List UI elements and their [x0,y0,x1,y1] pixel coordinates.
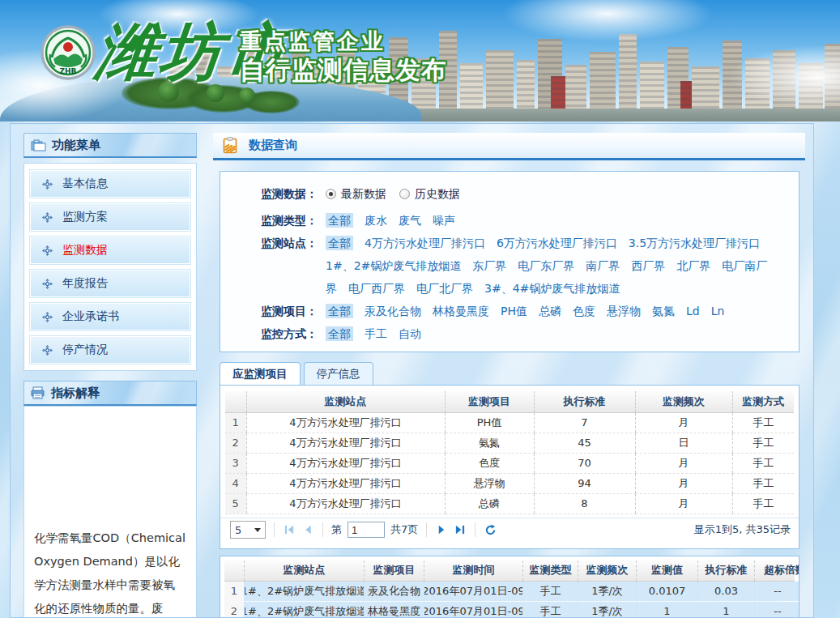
filter-option-link[interactable]: 电厂北厂界 [416,282,473,295]
table1-cell: 月 [635,453,732,473]
sidebar-item-monitor-plan[interactable]: 监测方案 [30,203,190,231]
table1-cell: 手工 [732,493,794,514]
filter-option-link[interactable]: 噪声 [433,214,455,227]
next-page-button[interactable] [435,524,448,536]
page-number-input[interactable] [348,522,385,538]
filter-option-link[interactable]: 汞及化合物 [365,305,421,318]
filter-option-link[interactable]: Ld [686,305,700,318]
filter-option-link[interactable]: 自动 [399,327,421,340]
radio-button[interactable] [399,189,410,199]
refresh-icon [484,524,497,536]
tab-shutdown-info[interactable]: 停产信息 [304,362,373,385]
indicator-explain-header: 指标解释 [23,381,197,406]
filter-option-link[interactable]: PH值 [501,305,527,318]
filter-option-link[interactable]: 6万方污水处理厂排污口 [497,237,617,249]
filter-option-link[interactable]: 总磷 [539,305,561,318]
radio-button[interactable] [326,189,336,199]
table1-cell: 手工 [732,412,794,433]
tab-monitoring-items[interactable]: 应监测项目 [220,362,301,385]
sidebar-item-monitor-data[interactable]: 监测数据 [30,237,190,264]
filter-option-link[interactable]: 悬浮物 [607,305,641,318]
filter-option-link[interactable]: 3#、4#锅炉废气排放烟道 [484,282,620,295]
table1-cell: 总磷 [445,493,534,514]
filter-option-link[interactable]: 全部 [326,236,353,250]
table2-cell: 1#、2#锅炉废气排放烟道 [244,582,364,601]
divider [322,522,323,537]
table1-cell: 4万方污水处理厂排污口 [246,493,445,514]
first-page-button[interactable] [283,524,296,536]
filter-option-link[interactable]: 废水 [365,214,387,227]
cod-explanation-text: 化学需氧量COD（Chemical Oxygen Demand）是以化学方法测量… [34,526,186,618]
filter-label: 监测站点： [261,232,326,300]
prev-page-button[interactable] [301,524,314,536]
filter-option-link[interactable]: 东厂界 [472,259,506,272]
filter-row: 监测类型：全部废水废气噪声 [261,209,787,232]
table1-cell: 2 [225,433,246,453]
filter-option-link[interactable]: 废气 [399,214,421,227]
folder-icon [31,139,46,151]
banner-subtitle-line1: 重点监管企业 [240,29,447,53]
filter-option-link[interactable]: 全部 [326,304,353,318]
data-table-header: 监测站点监测项目监测时间监测类型监测频次监测值执行标准超标倍数 [224,560,795,582]
four-way-arrow-icon [41,245,53,257]
table2-header-cell: 监测值 [636,560,697,581]
filter-option-link[interactable]: 林格曼黑度 [433,305,489,318]
four-way-arrow-icon [41,178,53,190]
pagination-summary: 显示1到5, 共35记录 [694,522,791,537]
filter-option-link[interactable]: 色度 [573,305,595,318]
table1-header-cell [225,391,246,412]
filter-option-link[interactable]: 南厂界 [586,259,620,272]
filter-options: 全部汞及化合物林格曼黑度PH值总磷色度悬浮物氨氮LdLn [326,300,787,322]
filter-option-link[interactable]: 氨氮 [652,305,675,318]
page-size-select[interactable]: 5 [230,521,266,539]
filter-options: 全部手工自动 [326,322,787,345]
table1-cell: 月 [635,473,732,493]
filter-option-link[interactable]: 北厂界 [676,259,710,272]
filter-option-link[interactable]: 1#、2#锅炉废气排放烟道 [326,259,461,272]
svg-text:ZHB: ZHB [60,67,77,75]
table1-cell: 4万方污水处理厂排污口 [246,453,445,473]
last-page-button[interactable] [454,524,467,536]
divider [426,522,427,537]
table2-cell: 1 [697,602,754,618]
table-row: 11#、2#锅炉废气排放烟道汞及化合物2016年07月01日-09手工1季/次0… [224,582,780,602]
filter-row: 监控方式：全部手工自动 [261,322,787,345]
radio-option[interactable]: 历史数据 [399,187,460,200]
radio-option[interactable]: 最新数据 [326,187,386,200]
refresh-button[interactable] [484,524,497,536]
table1-cell: 94 [534,473,635,493]
page-prefix-label: 第 [331,522,342,537]
filter-option-link[interactable]: 全部 [326,326,353,341]
radio-label: 历史数据 [415,187,460,200]
filter-option-link[interactable]: 3.5万方污水处理厂排污口 [629,237,760,249]
sidebar-item-annual-report[interactable]: 年度报告 [30,270,190,297]
monitoring-items-table: 监测站点监测项目执行标准监测频次监测方式 14万方污水处理厂排污口PH值7月手工… [225,391,794,514]
filter-option-link[interactable]: 电厂东厂界 [518,259,574,272]
table2-cell: 1季/次 [578,602,636,618]
sidebar-item-label: 停产情况 [62,343,108,357]
filter-option-link[interactable]: 西厂界 [631,259,665,272]
sidebar-item-commitment[interactable]: 企业承诺书 [30,303,190,330]
banner: ZHB 潍坊市 重点监管企业 自行监测信息发布 [0,0,840,121]
filter-label: 监测数据： [261,182,326,205]
page-size-value: 5 [235,524,241,536]
building [692,66,719,110]
filter-panel: 监测数据：最新数据历史数据监测类型：全部废水废气噪声监测站点：全部4万方污水处理… [220,171,799,352]
monitoring-items-grid: 监测站点监测项目执行标准监测频次监测方式 14万方污水处理厂排污口PH值7月手工… [220,385,799,549]
filter-option-link[interactable]: 电厂西厂界 [348,282,405,295]
sidebar-item-shutdown[interactable]: 停产情况 [30,336,190,364]
filter-option-link[interactable]: 4万方污水处理厂排污口 [365,237,485,249]
pagination-bar: 5 第 共7页 [220,518,799,542]
filter-option-link[interactable]: 手工 [365,327,387,340]
table1-cell: 8 [534,493,635,514]
page: ZHB 潍坊市 重点监管企业 自行监测信息发布 功能菜单 基本信息监测方案监测数… [0,0,840,618]
divider [475,522,475,537]
filter-option-link[interactable]: Ln [711,305,725,318]
data-query-title: 数据查询 [249,138,297,153]
table1-cell: 手工 [732,473,794,493]
sidebar-item-basic-info[interactable]: 基本信息 [30,170,190,198]
table2-cell: 0.03 [697,582,754,601]
sidebar-item-label: 企业承诺书 [62,309,119,324]
clipboard-icon [223,137,237,154]
filter-option-link[interactable]: 全部 [326,213,353,228]
